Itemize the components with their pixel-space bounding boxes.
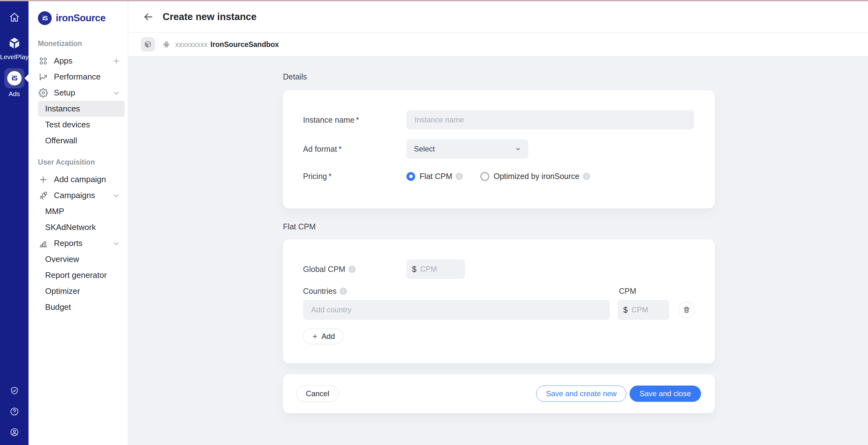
flat-cpm-section-label: Flat CPM bbox=[283, 222, 715, 231]
save-and-create-new-button[interactable]: Save and create new bbox=[536, 385, 626, 402]
sidebar-item-budget[interactable]: Budget bbox=[29, 299, 128, 315]
flat-cpm-card: Global CPM i $ Countries i bbox=[283, 239, 715, 363]
cancel-button[interactable]: Cancel bbox=[296, 385, 339, 402]
info-icon[interactable]: i bbox=[348, 266, 356, 273]
add-country-button[interactable]: Add bbox=[303, 329, 343, 344]
currency-symbol: $ bbox=[623, 305, 628, 314]
pricing-option-optimized[interactable]: Optimized by ironSource i bbox=[480, 172, 590, 181]
chevron-down-icon bbox=[112, 192, 120, 200]
shield-check-icon[interactable] bbox=[10, 386, 19, 396]
sidebar-item-offerwall[interactable]: Offerwall bbox=[29, 133, 128, 149]
sidebar-item-overview[interactable]: Overview bbox=[29, 251, 128, 267]
global-cpm-field[interactable]: $ bbox=[406, 260, 465, 279]
cpm-column-label: CPM bbox=[619, 287, 637, 296]
pricing-radio-group: Flat CPM i Optimized by ironSource i bbox=[406, 172, 590, 181]
brand-monogram-icon: iS bbox=[38, 11, 52, 25]
form-actions-card: Cancel Save and create new Save and clos… bbox=[283, 374, 715, 413]
form-content: Details Instance name* Ad format* Select bbox=[283, 57, 715, 413]
sidebar-item-apps[interactable]: Apps bbox=[29, 53, 128, 69]
ad-format-select[interactable]: Select bbox=[406, 139, 528, 159]
gear-icon bbox=[38, 88, 48, 98]
info-icon[interactable]: i bbox=[583, 173, 590, 180]
rail-item-ads[interactable]: iS Ads bbox=[4, 68, 25, 98]
home-icon bbox=[9, 11, 20, 23]
main-area: Create new instance bbox=[128, 1, 868, 445]
sidebar-item-test-devices[interactable]: Test devices bbox=[29, 117, 128, 133]
rail-item-label: Ads bbox=[8, 90, 20, 98]
ad-format-label: Ad format* bbox=[303, 145, 406, 153]
arrow-left-icon bbox=[143, 11, 154, 22]
chevron-down-icon bbox=[112, 239, 120, 247]
sidebar-item-label: Setup bbox=[54, 88, 75, 98]
page-header: Create new instance bbox=[128, 1, 868, 33]
sidebar-item-label: Add campaign bbox=[54, 175, 106, 184]
pricing-option-flat-cpm[interactable]: Flat CPM i bbox=[406, 172, 463, 181]
sidebar-item-performance[interactable]: Performance bbox=[29, 69, 128, 85]
sidebar-item-skadnetwork[interactable]: SKAdNetwork bbox=[29, 219, 128, 235]
chevron-down-icon bbox=[515, 145, 521, 152]
sidebar-section-user-acquisition: User Acquisition bbox=[38, 158, 128, 167]
sidebar-item-report-generator[interactable]: Report generator bbox=[29, 267, 128, 283]
active-section-notch bbox=[25, 74, 29, 82]
rail-item-label: LevelPlay bbox=[0, 53, 29, 61]
brand-logo[interactable]: iS ironSource bbox=[29, 11, 128, 25]
pricing-label: Pricing* bbox=[303, 172, 406, 181]
sidebar-item-label: Report generator bbox=[45, 270, 107, 280]
grid-icon bbox=[38, 56, 48, 66]
sidebar-item-optimizer[interactable]: Optimizer bbox=[29, 283, 128, 299]
required-mark: * bbox=[329, 172, 332, 180]
sidebar-item-label: Reports bbox=[54, 238, 83, 248]
radio-selected[interactable] bbox=[406, 172, 415, 181]
product-rail: LevelPlay iS Ads bbox=[0, 1, 29, 445]
details-card: Instance name* Ad format* Select Pri bbox=[283, 90, 715, 208]
ad-format-selected-value: Select bbox=[414, 145, 435, 153]
account-icon[interactable] bbox=[10, 427, 19, 437]
sidebar-item-setup[interactable]: Setup bbox=[29, 85, 128, 101]
sidebar-item-instances[interactable]: Instances bbox=[38, 101, 125, 117]
rail-item-home[interactable] bbox=[8, 11, 20, 23]
plus-icon[interactable] bbox=[112, 57, 120, 65]
global-cpm-label: Global CPM i bbox=[303, 265, 406, 274]
country-cpm-row: $ bbox=[303, 300, 695, 320]
rail-item-levelplay[interactable]: LevelPlay bbox=[0, 36, 29, 61]
sidebar-section-monetization: Monetization bbox=[38, 39, 128, 48]
sidebar-item-campaigns[interactable]: Campaigns bbox=[29, 187, 128, 203]
back-button[interactable] bbox=[142, 11, 154, 23]
plus-icon bbox=[38, 175, 48, 184]
instance-name-label: Instance name* bbox=[303, 115, 406, 125]
instance-name-input[interactable] bbox=[406, 110, 694, 130]
cube-icon bbox=[144, 40, 152, 49]
rail-bottom-group bbox=[10, 386, 19, 445]
radio-unselected[interactable] bbox=[480, 172, 489, 181]
sidebar-item-mmp[interactable]: MMP bbox=[29, 203, 128, 219]
global-cpm-input[interactable] bbox=[420, 265, 459, 274]
sidebar-item-label: Test devices bbox=[45, 120, 90, 130]
required-mark: * bbox=[356, 115, 359, 124]
sidebar-item-label: Offerwall bbox=[45, 136, 77, 145]
android-icon bbox=[162, 40, 171, 49]
plus-icon bbox=[311, 333, 318, 340]
info-icon[interactable]: i bbox=[456, 173, 463, 180]
details-section-label: Details bbox=[283, 72, 715, 81]
required-mark: * bbox=[338, 145, 342, 153]
add-country-input[interactable] bbox=[303, 300, 610, 320]
ads-active-tile: iS bbox=[4, 68, 25, 88]
sidebar-item-label: SKAdNetwork bbox=[45, 222, 96, 232]
chevron-down-icon bbox=[112, 89, 120, 97]
sidebar-item-label: Overview bbox=[45, 254, 79, 264]
country-cpm-field[interactable]: $ bbox=[618, 300, 669, 320]
help-icon[interactable] bbox=[10, 407, 19, 416]
save-and-close-button[interactable]: Save and close bbox=[629, 385, 701, 402]
trash-icon bbox=[682, 306, 691, 314]
unity-icon bbox=[7, 36, 21, 51]
countries-label: Countries i bbox=[303, 287, 619, 296]
sidebar-item-add-campaign[interactable]: Add campaign bbox=[29, 171, 128, 187]
country-cpm-input[interactable] bbox=[631, 305, 663, 314]
sidebar-item-reports[interactable]: Reports bbox=[29, 235, 128, 251]
sidebar-item-label: Instances bbox=[45, 104, 80, 113]
info-icon[interactable]: i bbox=[340, 287, 347, 295]
app-icon-tile bbox=[141, 37, 155, 52]
delete-row-button[interactable] bbox=[678, 302, 695, 318]
currency-symbol: $ bbox=[412, 265, 416, 274]
ironsource-monogram-icon: iS bbox=[7, 71, 22, 85]
